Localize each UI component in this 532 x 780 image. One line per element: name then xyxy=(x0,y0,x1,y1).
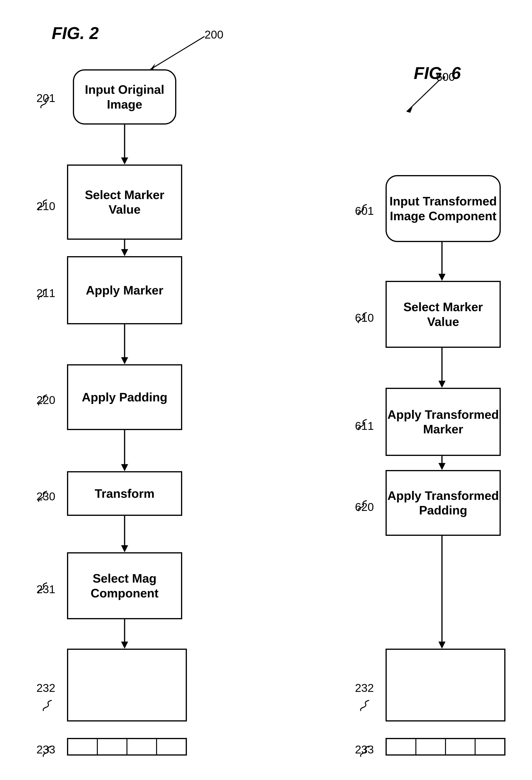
svg-marker-5 xyxy=(121,249,128,256)
label-601: 601 xyxy=(355,204,374,217)
node-611-text: Apply Transformed Marker xyxy=(387,407,499,437)
node-231: Select Mag Component xyxy=(67,552,182,619)
node-620-text: Apply Transformed Padding xyxy=(387,488,499,518)
svg-marker-7 xyxy=(121,357,128,364)
svg-marker-23 xyxy=(438,642,445,649)
label-201: 201 xyxy=(37,92,55,105)
node-211: Apply Marker xyxy=(67,256,182,324)
svg-marker-21 xyxy=(438,463,445,470)
svg-line-14 xyxy=(407,80,440,112)
label-620: 620 xyxy=(355,500,374,514)
node-601-text: Input Transformed Image Component xyxy=(390,194,497,223)
node-201-text: Input Original Image xyxy=(85,82,164,112)
label-230: 230 xyxy=(37,490,55,503)
label-232-fig6: 232 xyxy=(355,682,374,694)
node-620: Apply Transformed Padding xyxy=(386,470,501,536)
node-611: Apply Transformed Marker xyxy=(386,388,501,456)
fig2-ref: 200 xyxy=(204,28,223,41)
grid-232-fig2 xyxy=(67,649,187,722)
svg-marker-3 xyxy=(121,157,128,164)
svg-marker-19 xyxy=(438,381,445,388)
node-210-text: Select Marker Value xyxy=(85,188,164,217)
node-220-text: Apply Padding xyxy=(82,390,167,404)
page: FIG. 2 200 Input Original Image 201 Sele… xyxy=(0,0,532,780)
node-211-text: Apply Marker xyxy=(86,283,163,297)
bar-seg1b xyxy=(387,739,416,754)
svg-marker-11 xyxy=(121,545,128,552)
label-233-fig6: 233 xyxy=(355,743,374,756)
grid-232-fig6 xyxy=(386,649,505,722)
bar-seg3 xyxy=(128,739,157,754)
svg-line-0 xyxy=(150,37,204,69)
node-201: Input Original Image xyxy=(73,69,176,125)
bar-seg4 xyxy=(157,739,186,754)
node-601: Input Transformed Image Component xyxy=(386,175,501,242)
svg-marker-9 xyxy=(121,464,128,471)
fig6-ref: 600 xyxy=(436,70,455,84)
svg-marker-13 xyxy=(121,642,128,649)
bar-seg3b xyxy=(446,739,476,754)
node-610-text: Select Marker Value xyxy=(403,300,483,329)
bar-seg4b xyxy=(476,739,504,754)
label-232-fig2: 232 xyxy=(37,682,55,694)
bar-233-fig6 xyxy=(386,738,505,755)
label-233-fig2: 233 xyxy=(37,743,55,756)
label-611: 611 xyxy=(355,420,374,432)
bar-seg2b xyxy=(416,739,446,754)
label-210: 210 xyxy=(37,200,55,213)
node-210: Select Marker Value xyxy=(67,164,182,240)
label-610: 610 xyxy=(355,311,374,324)
bar-233-fig2 xyxy=(67,738,187,755)
bar-seg1 xyxy=(68,739,98,754)
label-220: 220 xyxy=(37,394,55,406)
fig2-title: FIG. 2 xyxy=(52,23,99,43)
node-231-text: Select Mag Component xyxy=(91,571,159,600)
node-230: Transform xyxy=(67,471,182,516)
svg-marker-15 xyxy=(407,107,413,113)
node-220: Apply Padding xyxy=(67,364,182,430)
node-230-text: Transform xyxy=(95,486,154,501)
svg-marker-17 xyxy=(438,274,445,281)
label-211: 211 xyxy=(37,287,55,300)
node-610: Select Marker Value xyxy=(386,281,501,348)
bar-seg2 xyxy=(98,739,128,754)
label-231: 231 xyxy=(37,583,55,596)
